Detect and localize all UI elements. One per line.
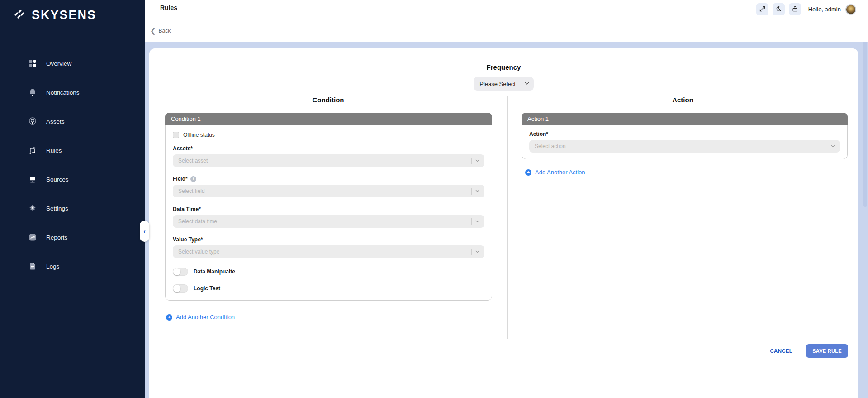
fullscreen-button[interactable] — [756, 3, 768, 15]
folder-tree-icon — [28, 175, 37, 184]
chevron-down-icon — [475, 187, 480, 195]
rule-form-card: Frequency Please Select Condition Condit… — [149, 48, 858, 398]
brand-logo: SKYSENS — [0, 0, 145, 23]
value-type-label: Value Type* — [173, 236, 484, 243]
sidebar-item-settings[interactable]: Settings — [0, 194, 145, 223]
page-title: Rules — [160, 4, 177, 11]
offline-status-label: Offline status — [183, 132, 215, 138]
add-another-action-button[interactable]: + Add Another Action — [525, 169, 858, 176]
assets-select[interactable]: Select asset — [173, 154, 484, 167]
logic-test-row: Logic Test — [173, 284, 484, 293]
lock-button[interactable] — [789, 3, 801, 15]
action-card-header: Action 1 — [522, 113, 848, 125]
divider — [827, 143, 827, 150]
offline-status-checkbox[interactable] — [173, 132, 179, 138]
condition-card: Condition 1 Offline status Assets* Selec… — [165, 113, 492, 301]
flow-icon — [28, 146, 37, 155]
add-another-condition-button[interactable]: + Add Another Condition — [166, 314, 507, 321]
back-label: Back — [159, 28, 171, 34]
sidebar-item-assets[interactable]: Assets — [0, 107, 145, 136]
sidebar-item-label: Notifications — [46, 89, 80, 96]
select-caret — [471, 187, 480, 195]
fullscreen-icon — [759, 5, 766, 14]
field-select[interactable]: Select field — [173, 185, 484, 197]
document-icon — [28, 262, 37, 271]
offline-status-row: Offline status — [173, 132, 484, 138]
data-time-select[interactable]: Select data time — [173, 215, 484, 228]
assets-placeholder: Select asset — [178, 158, 208, 164]
action-card-body: Action* Select action — [522, 125, 847, 159]
topbar-actions: Hello, admin — [752, 3, 856, 15]
select-caret — [471, 248, 480, 256]
action-placeholder: Select action — [535, 143, 566, 149]
sidebar-item-label: Rules — [46, 147, 62, 154]
info-icon[interactable]: i — [190, 176, 196, 182]
moon-icon — [775, 5, 782, 14]
sidebar-item-logs[interactable]: Logs — [0, 252, 145, 281]
data-manipulate-row: Data Manipualte — [173, 268, 484, 276]
chevron-down-icon — [475, 217, 480, 225]
chevron-left-icon: ❮ — [150, 27, 156, 34]
plus-icon: + — [525, 169, 531, 176]
chevron-down-icon — [475, 157, 480, 165]
sidebar-item-rules[interactable]: Rules — [0, 136, 145, 165]
action-card: Action 1 Action* Select action — [522, 113, 848, 159]
frequency-select-value: Please Select — [479, 81, 516, 87]
form-footer: CANCEL SAVE RULE — [149, 344, 858, 358]
chart-icon — [28, 233, 37, 242]
save-rule-button[interactable]: SAVE RULE — [806, 344, 848, 358]
data-manipulate-label: Data Manipualte — [194, 269, 235, 275]
value-type-select[interactable]: Select value type — [173, 245, 484, 258]
data-time-label: Data Time* — [173, 206, 484, 212]
sidebar-item-label: Assets — [46, 118, 65, 125]
unlock-icon — [792, 5, 798, 14]
back-button[interactable]: ❮ Back — [150, 27, 171, 34]
logic-test-label: Logic Test — [194, 285, 220, 292]
field-field-group: Field* i Select field — [173, 176, 484, 197]
action-label: Action* — [529, 131, 840, 137]
condition-card-header: Condition 1 — [165, 113, 492, 125]
sidebar-item-sources[interactable]: Sources — [0, 165, 145, 194]
dark-mode-button[interactable] — [773, 3, 785, 15]
logic-test-toggle[interactable] — [173, 284, 188, 293]
chevron-down-icon — [830, 142, 835, 150]
sidebar: SKYSENS Overview Notifications — [0, 0, 145, 398]
field-label: Field* i — [173, 176, 484, 182]
action-select[interactable]: Select action — [529, 140, 840, 153]
skysens-logo-icon — [14, 7, 27, 23]
condition-action-columns: Condition Condition 1 Offline status Ass… — [149, 96, 858, 339]
sidebar-nav: Overview Notifications Assets — [0, 23, 145, 281]
select-caret — [471, 157, 480, 165]
sidebar-collapse-handle[interactable]: ‹ — [140, 221, 149, 242]
chevron-down-icon — [524, 80, 530, 88]
plus-icon: + — [166, 314, 172, 321]
toggle-knob — [173, 268, 180, 275]
bell-icon — [28, 88, 37, 97]
toggle-knob — [173, 285, 180, 292]
select-caret — [471, 217, 480, 225]
value-type-placeholder: Select value type — [178, 249, 219, 255]
sidebar-item-reports[interactable]: Reports — [0, 223, 145, 252]
sidebar-item-notifications[interactable]: Notifications — [0, 78, 145, 107]
grid-icon — [28, 59, 37, 68]
field-placeholder: Select field — [178, 188, 205, 194]
chevron-left-icon: ‹ — [143, 228, 146, 235]
chevron-down-icon — [475, 248, 480, 256]
data-time-field-group: Data Time* Select data time — [173, 206, 484, 228]
frequency-title: Frequency — [149, 63, 858, 71]
sidebar-item-label: Sources — [46, 176, 69, 183]
sidebar-item-label: Logs — [46, 263, 59, 270]
condition-card-body: Offline status Assets* Select asset — [166, 125, 492, 300]
cancel-button[interactable]: CANCEL — [770, 348, 792, 354]
content-area: Frequency Please Select Condition Condit… — [145, 42, 868, 398]
vertical-scrollbar[interactable] — [863, 42, 867, 207]
data-manipulate-toggle[interactable] — [173, 268, 188, 276]
frequency-select[interactable]: Please Select — [474, 77, 534, 91]
sidebar-item-overview[interactable]: Overview — [0, 49, 145, 78]
condition-section-title: Condition — [149, 96, 507, 104]
avatar[interactable] — [845, 4, 856, 15]
assets-field-group: Assets* Select asset — [173, 145, 484, 167]
divider — [471, 218, 472, 225]
divider — [471, 158, 472, 164]
condition-column: Condition Condition 1 Offline status Ass… — [149, 96, 507, 339]
